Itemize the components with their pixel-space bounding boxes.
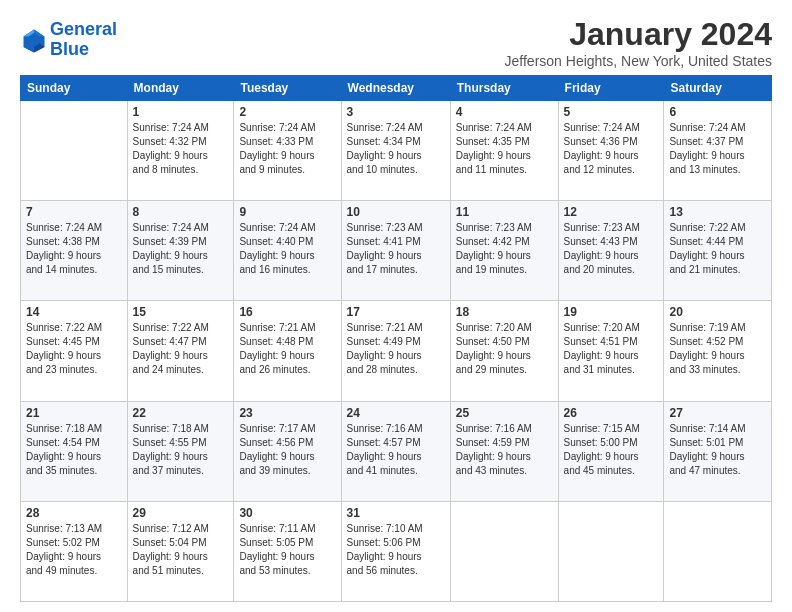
day-number: 29	[133, 506, 229, 520]
calendar-cell: 11Sunrise: 7:23 AM Sunset: 4:42 PM Dayli…	[450, 201, 558, 301]
day-detail: Sunrise: 7:16 AM Sunset: 4:59 PM Dayligh…	[456, 422, 553, 478]
day-number: 3	[347, 105, 445, 119]
day-detail: Sunrise: 7:16 AM Sunset: 4:57 PM Dayligh…	[347, 422, 445, 478]
day-detail: Sunrise: 7:15 AM Sunset: 5:00 PM Dayligh…	[564, 422, 659, 478]
day-number: 2	[239, 105, 335, 119]
day-detail: Sunrise: 7:17 AM Sunset: 4:56 PM Dayligh…	[239, 422, 335, 478]
day-detail: Sunrise: 7:18 AM Sunset: 4:54 PM Dayligh…	[26, 422, 122, 478]
calendar-cell: 22Sunrise: 7:18 AM Sunset: 4:55 PM Dayli…	[127, 401, 234, 501]
calendar-cell: 6Sunrise: 7:24 AM Sunset: 4:37 PM Daylig…	[664, 101, 772, 201]
weekday-cell: Sunday	[21, 76, 128, 101]
day-number: 11	[456, 205, 553, 219]
weekday-cell: Saturday	[664, 76, 772, 101]
day-number: 8	[133, 205, 229, 219]
day-number: 23	[239, 406, 335, 420]
calendar-week-row: 21Sunrise: 7:18 AM Sunset: 4:54 PM Dayli…	[21, 401, 772, 501]
title-block: January 2024 Jefferson Heights, New York…	[505, 16, 772, 69]
day-detail: Sunrise: 7:20 AM Sunset: 4:51 PM Dayligh…	[564, 321, 659, 377]
weekday-cell: Wednesday	[341, 76, 450, 101]
logo-icon	[20, 26, 48, 54]
day-number: 5	[564, 105, 659, 119]
day-number: 1	[133, 105, 229, 119]
logo-line1: General	[50, 19, 117, 39]
calendar-cell: 3Sunrise: 7:24 AM Sunset: 4:34 PM Daylig…	[341, 101, 450, 201]
day-number: 20	[669, 305, 766, 319]
logo-text: General Blue	[50, 20, 117, 60]
day-number: 17	[347, 305, 445, 319]
day-detail: Sunrise: 7:19 AM Sunset: 4:52 PM Dayligh…	[669, 321, 766, 377]
day-number: 26	[564, 406, 659, 420]
weekday-cell: Thursday	[450, 76, 558, 101]
day-detail: Sunrise: 7:21 AM Sunset: 4:48 PM Dayligh…	[239, 321, 335, 377]
day-number: 7	[26, 205, 122, 219]
day-number: 27	[669, 406, 766, 420]
calendar-cell: 18Sunrise: 7:20 AM Sunset: 4:50 PM Dayli…	[450, 301, 558, 401]
calendar-cell: 14Sunrise: 7:22 AM Sunset: 4:45 PM Dayli…	[21, 301, 128, 401]
day-detail: Sunrise: 7:10 AM Sunset: 5:06 PM Dayligh…	[347, 522, 445, 578]
calendar-table: SundayMondayTuesdayWednesdayThursdayFrid…	[20, 75, 772, 602]
day-number: 13	[669, 205, 766, 219]
day-detail: Sunrise: 7:24 AM Sunset: 4:34 PM Dayligh…	[347, 121, 445, 177]
day-number: 25	[456, 406, 553, 420]
calendar-cell: 13Sunrise: 7:22 AM Sunset: 4:44 PM Dayli…	[664, 201, 772, 301]
calendar-cell: 12Sunrise: 7:23 AM Sunset: 4:43 PM Dayli…	[558, 201, 664, 301]
day-detail: Sunrise: 7:22 AM Sunset: 4:45 PM Dayligh…	[26, 321, 122, 377]
calendar-cell: 24Sunrise: 7:16 AM Sunset: 4:57 PM Dayli…	[341, 401, 450, 501]
day-detail: Sunrise: 7:24 AM Sunset: 4:32 PM Dayligh…	[133, 121, 229, 177]
day-detail: Sunrise: 7:21 AM Sunset: 4:49 PM Dayligh…	[347, 321, 445, 377]
header: General Blue January 2024 Jefferson Heig…	[20, 16, 772, 69]
day-detail: Sunrise: 7:24 AM Sunset: 4:36 PM Dayligh…	[564, 121, 659, 177]
day-detail: Sunrise: 7:13 AM Sunset: 5:02 PM Dayligh…	[26, 522, 122, 578]
day-detail: Sunrise: 7:23 AM Sunset: 4:42 PM Dayligh…	[456, 221, 553, 277]
calendar-cell: 16Sunrise: 7:21 AM Sunset: 4:48 PM Dayli…	[234, 301, 341, 401]
calendar-week-row: 1Sunrise: 7:24 AM Sunset: 4:32 PM Daylig…	[21, 101, 772, 201]
day-number: 30	[239, 506, 335, 520]
day-number: 14	[26, 305, 122, 319]
calendar-cell: 15Sunrise: 7:22 AM Sunset: 4:47 PM Dayli…	[127, 301, 234, 401]
calendar-cell: 1Sunrise: 7:24 AM Sunset: 4:32 PM Daylig…	[127, 101, 234, 201]
calendar-cell: 23Sunrise: 7:17 AM Sunset: 4:56 PM Dayli…	[234, 401, 341, 501]
page: General Blue January 2024 Jefferson Heig…	[0, 0, 792, 612]
day-detail: Sunrise: 7:11 AM Sunset: 5:05 PM Dayligh…	[239, 522, 335, 578]
calendar-cell: 5Sunrise: 7:24 AM Sunset: 4:36 PM Daylig…	[558, 101, 664, 201]
day-number: 16	[239, 305, 335, 319]
day-detail: Sunrise: 7:12 AM Sunset: 5:04 PM Dayligh…	[133, 522, 229, 578]
month-title: January 2024	[505, 16, 772, 53]
day-detail: Sunrise: 7:22 AM Sunset: 4:44 PM Dayligh…	[669, 221, 766, 277]
logo: General Blue	[20, 20, 117, 60]
day-detail: Sunrise: 7:24 AM Sunset: 4:37 PM Dayligh…	[669, 121, 766, 177]
calendar-cell: 9Sunrise: 7:24 AM Sunset: 4:40 PM Daylig…	[234, 201, 341, 301]
day-number: 18	[456, 305, 553, 319]
calendar-cell: 25Sunrise: 7:16 AM Sunset: 4:59 PM Dayli…	[450, 401, 558, 501]
day-number: 9	[239, 205, 335, 219]
calendar-cell: 7Sunrise: 7:24 AM Sunset: 4:38 PM Daylig…	[21, 201, 128, 301]
calendar-cell: 26Sunrise: 7:15 AM Sunset: 5:00 PM Dayli…	[558, 401, 664, 501]
weekday-cell: Monday	[127, 76, 234, 101]
day-detail: Sunrise: 7:24 AM Sunset: 4:40 PM Dayligh…	[239, 221, 335, 277]
weekday-cell: Tuesday	[234, 76, 341, 101]
weekday-header-row: SundayMondayTuesdayWednesdayThursdayFrid…	[21, 76, 772, 101]
calendar-cell: 19Sunrise: 7:20 AM Sunset: 4:51 PM Dayli…	[558, 301, 664, 401]
day-number: 21	[26, 406, 122, 420]
calendar-cell: 29Sunrise: 7:12 AM Sunset: 5:04 PM Dayli…	[127, 501, 234, 601]
calendar-cell: 20Sunrise: 7:19 AM Sunset: 4:52 PM Dayli…	[664, 301, 772, 401]
calendar-week-row: 7Sunrise: 7:24 AM Sunset: 4:38 PM Daylig…	[21, 201, 772, 301]
day-detail: Sunrise: 7:22 AM Sunset: 4:47 PM Dayligh…	[133, 321, 229, 377]
day-number: 22	[133, 406, 229, 420]
day-number: 24	[347, 406, 445, 420]
day-detail: Sunrise: 7:18 AM Sunset: 4:55 PM Dayligh…	[133, 422, 229, 478]
calendar-week-row: 14Sunrise: 7:22 AM Sunset: 4:45 PM Dayli…	[21, 301, 772, 401]
weekday-cell: Friday	[558, 76, 664, 101]
calendar-cell: 21Sunrise: 7:18 AM Sunset: 4:54 PM Dayli…	[21, 401, 128, 501]
day-number: 15	[133, 305, 229, 319]
day-number: 31	[347, 506, 445, 520]
calendar-cell: 31Sunrise: 7:10 AM Sunset: 5:06 PM Dayli…	[341, 501, 450, 601]
calendar-cell: 27Sunrise: 7:14 AM Sunset: 5:01 PM Dayli…	[664, 401, 772, 501]
day-detail: Sunrise: 7:24 AM Sunset: 4:33 PM Dayligh…	[239, 121, 335, 177]
day-number: 10	[347, 205, 445, 219]
calendar-cell	[21, 101, 128, 201]
calendar-cell	[664, 501, 772, 601]
day-detail: Sunrise: 7:24 AM Sunset: 4:35 PM Dayligh…	[456, 121, 553, 177]
day-detail: Sunrise: 7:20 AM Sunset: 4:50 PM Dayligh…	[456, 321, 553, 377]
calendar-cell: 28Sunrise: 7:13 AM Sunset: 5:02 PM Dayli…	[21, 501, 128, 601]
